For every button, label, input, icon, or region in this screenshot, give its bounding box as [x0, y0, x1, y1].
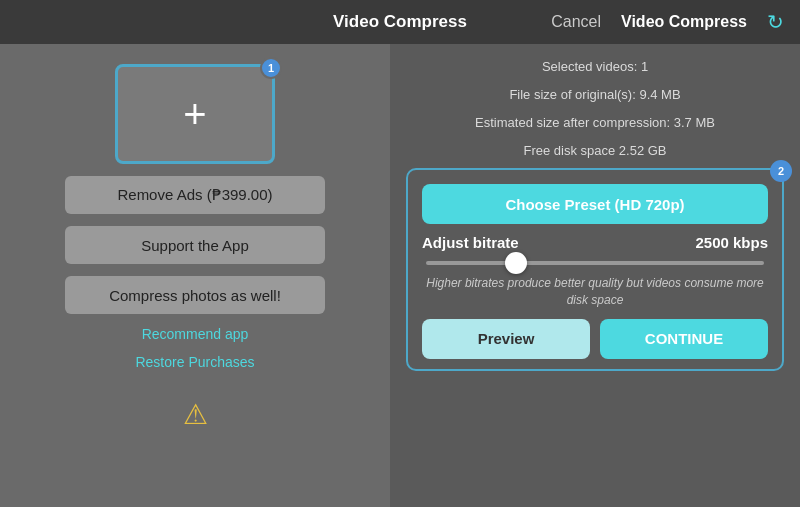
bitrate-value: 2500 kbps [695, 234, 768, 251]
remove-ads-button[interactable]: Remove Ads (₱399.00) [65, 176, 325, 214]
info-estimated-size: Estimated size after compression: 3.7 MB [406, 112, 784, 134]
recommend-app-link[interactable]: Recommend app [142, 326, 249, 342]
top-bar: Video Compress Cancel Video Compress ↻ [0, 0, 800, 44]
bitrate-hint: Higher bitrates produce better quality b… [422, 275, 768, 309]
app-title: Video Compress [333, 12, 467, 32]
restore-purchases-link[interactable]: Restore Purchases [135, 354, 254, 370]
top-bar-center: Video Compress [272, 12, 528, 32]
main-content: + 1 Remove Ads (₱399.00) Support the App… [0, 44, 800, 507]
left-panel: + 1 Remove Ads (₱399.00) Support the App… [0, 44, 390, 507]
bitrate-row: Adjust bitrate 2500 kbps [422, 234, 768, 251]
info-selected: Selected videos: 1 [406, 56, 784, 78]
choose-preset-button[interactable]: Choose Preset (HD 720p) [422, 184, 768, 224]
compress-photos-button[interactable]: Compress photos as well! [65, 276, 325, 314]
app-title-right: Video Compress [621, 13, 747, 31]
cancel-button[interactable]: Cancel [551, 13, 601, 31]
bitrate-slider[interactable] [426, 261, 764, 265]
add-video-area[interactable]: + 1 [115, 64, 275, 164]
preview-button[interactable]: Preview [422, 319, 590, 359]
settings-box: 2 Choose Preset (HD 720p) Adjust bitrate… [406, 168, 784, 371]
top-bar-right: Cancel Video Compress ↻ [528, 10, 784, 34]
right-panel: Selected videos: 1 File size of original… [390, 44, 800, 507]
continue-button[interactable]: CONTINUE [600, 319, 768, 359]
info-free-disk: Free disk space 2.52 GB [406, 140, 784, 162]
action-row: Preview CONTINUE [422, 319, 768, 359]
slider-container[interactable] [422, 261, 768, 265]
bitrate-label: Adjust bitrate [422, 234, 519, 251]
info-file-size: File size of original(s): 9.4 MB [406, 84, 784, 106]
refresh-icon[interactable]: ↻ [767, 10, 784, 34]
badge-2: 2 [770, 160, 792, 182]
badge-1: 1 [260, 57, 282, 79]
add-icon: + [183, 94, 206, 134]
warning-icon: ⚠ [183, 398, 208, 431]
support-app-button[interactable]: Support the App [65, 226, 325, 264]
